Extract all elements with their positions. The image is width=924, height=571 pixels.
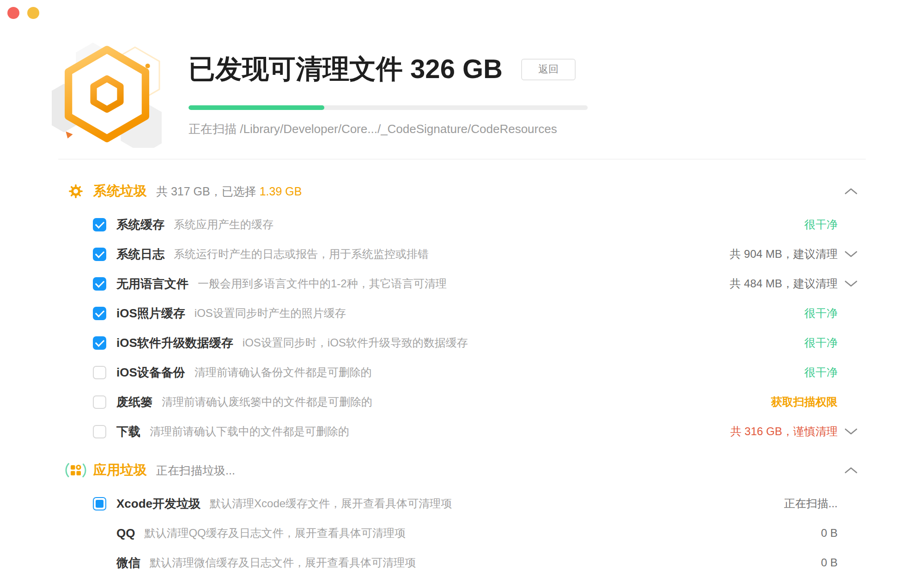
- item-checkbox[interactable]: [93, 277, 106, 291]
- minimize-button[interactable]: [27, 7, 39, 19]
- item-checkbox[interactable]: [93, 366, 106, 379]
- cleanup-item-row: iOS设备备份 清理前请确认备份文件都是可删除的 很干净: [0, 358, 924, 387]
- item-name: iOS照片缓存: [116, 305, 185, 322]
- item-description: 默认清理Xcode缓存文件，展开查看具体可清理项: [210, 496, 452, 511]
- item-status: 很干净: [804, 335, 838, 350]
- item-name: 下载: [116, 424, 140, 440]
- item-description: 默认清理QQ缓存及日志文件，展开查看具体可清理项: [144, 526, 405, 541]
- close-button[interactable]: [7, 7, 19, 19]
- cleanup-item-row: QQ 默认清理QQ缓存及日志文件，展开查看具体可清理项 0 B: [0, 518, 924, 548]
- header: 已发现可清理文件 326 GB 返回 正在扫描 /Library/Develop…: [188, 45, 868, 137]
- app-logo-hexagon-icon: [52, 38, 162, 148]
- section: 应用垃圾 正在扫描垃圾... Xcode开发垃圾 默认清理Xcode缓存文件，展…: [0, 456, 924, 571]
- header-divider: [58, 159, 866, 159]
- section-header: 系统垃圾 共 317 GB，已选择 1.39 GB: [0, 177, 924, 205]
- item-description: 系统应用产生的缓存: [174, 217, 274, 232]
- item-status: 很干净: [804, 217, 838, 232]
- cleanup-item-row: 下载 清理前请确认下载中的文件都是可删除的 共 316 GB，谨慎清理: [0, 417, 924, 446]
- item-checkbox[interactable]: [93, 497, 106, 510]
- section-header: 应用垃圾 正在扫描垃圾...: [0, 456, 924, 484]
- item-name: Xcode开发垃圾: [116, 496, 201, 512]
- gear-icon: [67, 183, 84, 200]
- item-description: 清理前请确认备份文件都是可删除的: [195, 365, 372, 380]
- section-summary: 正在扫描垃圾...: [156, 463, 235, 478]
- sections: 系统垃圾 共 317 GB，已选择 1.39 GB 系统缓存 系统应用产生的缓存…: [0, 171, 924, 571]
- item-status: 共 316 GB，谨慎清理: [730, 424, 838, 439]
- item-checkbox[interactable]: [93, 425, 106, 438]
- item-name: 系统缓存: [116, 217, 164, 233]
- chevron-down-icon[interactable]: [844, 250, 858, 258]
- section-rows: Xcode开发垃圾 默认清理Xcode缓存文件，展开查看具体可清理项 正在扫描.…: [0, 489, 924, 571]
- item-status: 获取扫描权限: [771, 395, 838, 409]
- item-status: 共 484 MB，建议清理: [730, 276, 838, 291]
- item-name: iOS设备备份: [116, 364, 185, 381]
- chevron-up-icon[interactable]: [838, 188, 858, 195]
- item-status: 很干净: [804, 306, 838, 321]
- item-description: 清理前请确认废纸篓中的文件都是可删除的: [162, 395, 372, 409]
- item-description: 清理前请确认下载中的文件都是可删除的: [150, 424, 349, 439]
- section-title: 应用垃圾: [93, 461, 147, 480]
- section-summary: 共 317 GB，已选择 1.39 GB: [156, 184, 302, 199]
- app-window: { "window": { "traffic_lights": ["close"…: [0, 0, 924, 571]
- chevron-down-icon[interactable]: [844, 280, 858, 287]
- scan-progress-bar: [188, 105, 588, 110]
- item-description: iOS设置同步时产生的照片缓存: [195, 306, 346, 321]
- item-name: 微信: [116, 555, 140, 571]
- item-checkbox[interactable]: [93, 307, 106, 320]
- item-name: 系统日志: [116, 246, 164, 262]
- item-status: 很干净: [804, 365, 838, 380]
- back-button[interactable]: 返回: [521, 59, 576, 80]
- cleanup-item-row: 无用语言文件 一般会用到多语言文件中的1-2种，其它语言可清理 共 484 MB…: [0, 269, 924, 298]
- item-name: iOS软件升级数据缓存: [116, 335, 233, 351]
- cleanup-item-row: iOS软件升级数据缓存 iOS设置同步时，iOS软件升级导致的数据缓存 很干净: [0, 328, 924, 358]
- item-status: 0 B: [821, 556, 838, 569]
- section: 系统垃圾 共 317 GB，已选择 1.39 GB 系统缓存 系统应用产生的缓存…: [0, 177, 924, 446]
- item-name: QQ: [116, 526, 135, 541]
- item-name: 无用语言文件: [116, 276, 188, 292]
- item-status: 正在扫描...: [784, 496, 838, 511]
- chevron-up-icon[interactable]: [838, 467, 858, 474]
- traffic-lights: [7, 7, 39, 19]
- item-status: 0 B: [821, 527, 838, 540]
- cleanup-item-row: 微信 默认清理微信缓存及日志文件，展开查看具体可清理项 0 B: [0, 548, 924, 571]
- item-description: 默认清理微信缓存及日志文件，展开查看具体可清理项: [150, 555, 416, 570]
- item-description: iOS设置同步时，iOS软件升级导致的数据缓存: [243, 335, 468, 350]
- item-checkbox[interactable]: [93, 336, 106, 350]
- cleanup-item-row: 系统缓存 系统应用产生的缓存 很干净: [0, 210, 924, 239]
- cleanup-item-row: Xcode开发垃圾 默认清理Xcode缓存文件，展开查看具体可清理项 正在扫描.…: [0, 489, 924, 518]
- section-rows: 系统缓存 系统应用产生的缓存 很干净 系统日志 系统运行时产生的日志或报告，用于…: [0, 210, 924, 446]
- item-checkbox[interactable]: [93, 395, 106, 409]
- cleanup-item-row: 系统日志 系统运行时产生的日志或报告，用于系统监控或排错 共 904 MB，建议…: [0, 239, 924, 269]
- item-status: 共 904 MB，建议清理: [730, 247, 838, 261]
- item-checkbox[interactable]: [93, 218, 106, 231]
- scan-progress-fill: [188, 105, 324, 110]
- item-checkbox[interactable]: [93, 248, 106, 261]
- cleanup-item-row: iOS照片缓存 iOS设置同步时产生的照片缓存 很干净: [0, 298, 924, 328]
- chevron-down-icon[interactable]: [844, 428, 858, 435]
- apps-grid-scanning-icon: [67, 462, 84, 479]
- page-title: 已发现可清理文件 326 GB: [188, 51, 503, 87]
- cleanup-item-row: 废纸篓 清理前请确认废纸篓中的文件都是可删除的 获取扫描权限: [0, 387, 924, 417]
- item-description: 一般会用到多语言文件中的1-2种，其它语言可清理: [198, 276, 447, 291]
- item-name: 废纸篓: [116, 394, 152, 410]
- scan-path-text: 正在扫描 /Library/Developer/Core.../_CodeSig…: [188, 121, 868, 137]
- section-title: 系统垃圾: [93, 182, 147, 200]
- item-description: 系统运行时产生的日志或报告，用于系统监控或排错: [174, 247, 429, 261]
